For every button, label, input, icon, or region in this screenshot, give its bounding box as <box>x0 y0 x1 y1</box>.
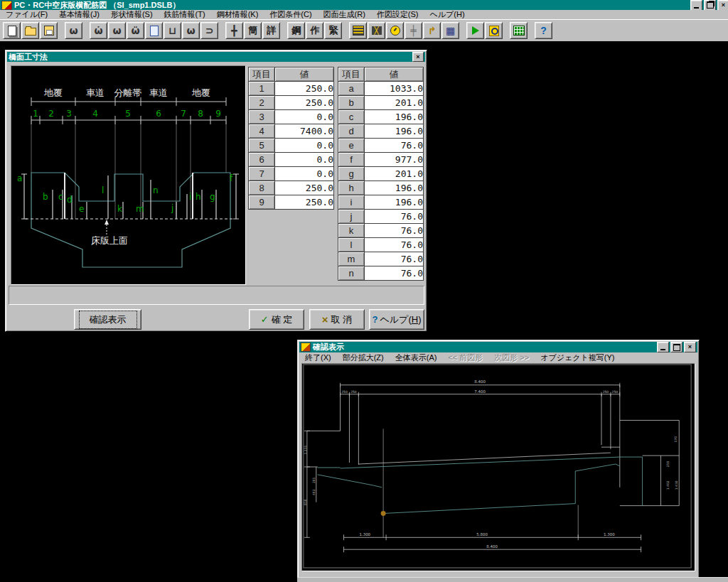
cancel-label: 取 消 <box>331 313 353 326</box>
value-cell[interactable]: 76.0 <box>365 224 424 238</box>
dim-label-right: 170 <box>674 436 678 443</box>
section-edit-1-button[interactable]: ὠ <box>90 22 107 39</box>
section-edit-3-button[interactable]: ω̈ <box>127 22 144 39</box>
bridge-section-icon: ω <box>112 26 121 36</box>
value-cell[interactable]: 76.0 <box>365 266 424 281</box>
slab-icon: ⊔ <box>168 26 176 36</box>
deck-profile <box>318 457 643 513</box>
anchor-button[interactable]: ╋ <box>225 22 243 39</box>
ok-button[interactable]: ✓ 確 定 <box>249 309 304 330</box>
menu-object-copy[interactable]: オブジェクト複写(Y) <box>535 352 620 364</box>
value-cell[interactable]: 76.0 <box>365 252 424 266</box>
open-folder-icon <box>25 28 36 36</box>
value-cell[interactable]: 977.0 <box>365 153 424 167</box>
open-file-button[interactable] <box>21 22 39 39</box>
value-cell[interactable]: 201.0 <box>365 167 424 181</box>
value-cell[interactable]: 196.0 <box>365 110 424 124</box>
anchor-cross-icon: ╋ <box>231 26 237 36</box>
tension-button[interactable]: 緊 <box>324 22 342 39</box>
confirm-display-button[interactable]: 確認表示 <box>74 309 141 330</box>
section-diagram: 地覆 車道 分離帯 車道 地覆 1 2 3 <box>11 66 244 283</box>
redirect-button[interactable]: ↱ <box>423 22 441 39</box>
item-cell: 1 <box>249 82 275 96</box>
item-cell: f <box>338 153 365 167</box>
section-edit-4-button[interactable]: ω <box>182 22 200 39</box>
layer-bars-button[interactable] <box>349 22 367 39</box>
section-view-button[interactable]: ω <box>65 22 82 39</box>
sheet-button[interactable] <box>145 22 163 39</box>
confirm-display-label: 確認表示 <box>79 311 137 329</box>
slab-button[interactable]: ⊔ <box>164 22 181 39</box>
dimension-dialog: 橋面工寸法 × 地覆 車道 分離帯 車道 地覆 <box>5 50 427 332</box>
steel-button[interactable]: 鋼 <box>287 22 305 39</box>
grid-table-button[interactable] <box>510 22 528 39</box>
grid-icon <box>513 26 525 36</box>
value-cell[interactable]: 0.0 <box>275 153 334 167</box>
dim-label-left: 1.231 <box>304 446 307 455</box>
scale-button[interactable] <box>386 22 404 39</box>
value-cell[interactable]: 0.0 <box>275 167 334 181</box>
new-file-button[interactable] <box>3 22 21 39</box>
zone-label: 地覆 <box>44 87 63 98</box>
item-cell: c <box>338 110 365 124</box>
dim-letter: e <box>79 204 84 214</box>
detail-mode-button[interactable]: 詳 <box>262 22 280 39</box>
value-cell[interactable]: 0.0 <box>275 110 334 124</box>
menu-next-figure: 次図形 >> <box>488 352 535 364</box>
simple-mode-button[interactable]: 簡 <box>244 22 262 39</box>
value-cell[interactable]: 76.0 <box>365 139 424 153</box>
view-close-button[interactable]: × <box>684 342 696 352</box>
restore-button[interactable] <box>704 0 716 11</box>
close-button[interactable]: × <box>717 0 728 11</box>
clamp-button[interactable]: ╪ <box>405 22 422 39</box>
value-cell[interactable]: 76.0 <box>365 210 424 224</box>
table-row: e76.0 <box>338 139 424 153</box>
value-cell[interactable]: 7400.0 <box>275 124 334 139</box>
value-cell[interactable]: 76.0 <box>365 238 424 252</box>
value-cell[interactable]: 250.0 <box>275 181 334 195</box>
menu-exit[interactable]: 終了(X) <box>299 352 337 364</box>
work-button[interactable]: 作 <box>306 22 323 39</box>
value-cell[interactable]: 0.0 <box>275 139 334 153</box>
save-button[interactable] <box>40 22 58 39</box>
table-row: j76.0 <box>338 210 424 224</box>
value-cell[interactable]: 250.0 <box>275 195 334 210</box>
value-cell[interactable]: 196.0 <box>365 195 424 210</box>
deck-section-outline <box>31 173 230 267</box>
item-cell: j <box>338 210 365 224</box>
rotate-section-button[interactable]: ⊃ <box>200 22 218 39</box>
dim-letter: f <box>230 173 233 183</box>
tables-button[interactable]: ▦ <box>441 22 459 39</box>
help-button[interactable]: ? <box>535 22 552 39</box>
item-header: 項目 <box>249 68 275 82</box>
minimize-button[interactable] <box>690 0 702 11</box>
value-cell[interactable]: 201.0 <box>365 96 424 110</box>
message-strip <box>9 286 424 305</box>
dialog-close-button[interactable]: × <box>412 52 424 62</box>
dim-letter: m <box>136 204 144 214</box>
view-minimize-button[interactable] <box>657 342 669 352</box>
value-cell[interactable]: 1033.0 <box>365 82 424 96</box>
value-cell[interactable]: 250.0 <box>275 96 334 110</box>
value-header: 値 <box>275 68 334 82</box>
menu-partial-zoom[interactable]: 部分拡大(Z) <box>337 352 390 364</box>
value-cell[interactable]: 196.0 <box>365 181 424 195</box>
run-button[interactable] <box>466 22 484 39</box>
dim-label-bottom: 5.800 <box>476 532 488 537</box>
segment-value-table: 項目 値 1250.0 2250.0 30.0 47400.0 50.0 60.… <box>248 67 334 210</box>
segment-number: 1 <box>33 109 38 119</box>
layer-bars-icon <box>353 26 364 36</box>
help-dialog-button[interactable]: ? ヘルプ(H) <box>369 309 424 330</box>
value-cell[interactable]: 196.0 <box>365 124 424 139</box>
help-label: ヘルプ(H) <box>380 313 421 326</box>
section-edit-2-button[interactable]: ω <box>108 22 126 39</box>
item-cell: m <box>338 252 365 266</box>
view-maximize-button[interactable] <box>670 342 682 352</box>
item-cell: 2 <box>249 96 275 110</box>
segment-number: 7 <box>181 109 186 119</box>
value-cell[interactable]: 250.0 <box>275 82 334 96</box>
cancel-button[interactable]: × 取 消 <box>309 309 365 330</box>
cross-check-button[interactable]: ╳ <box>368 22 385 39</box>
preview-button[interactable] <box>485 22 503 39</box>
menu-full-view[interactable]: 全体表示(A) <box>390 352 443 364</box>
